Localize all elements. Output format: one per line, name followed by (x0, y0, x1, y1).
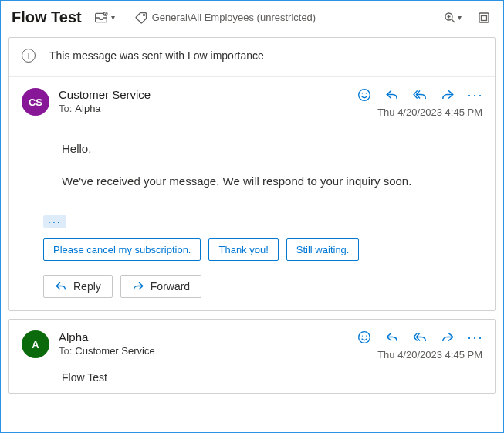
info-icon: i (22, 49, 36, 63)
to-label: To: (59, 345, 72, 357)
message-body: Hello, We've received your message. We w… (9, 118, 495, 215)
pop-out-button[interactable] (475, 9, 492, 26)
reply-icon[interactable] (385, 88, 399, 102)
to-value: Customer Service (75, 345, 154, 357)
to-value: Alpha (75, 103, 100, 114)
body-greeting: Hello, (62, 140, 482, 158)
reply-all-icon[interactable] (413, 330, 427, 344)
show-trimmed-button[interactable]: ··· (43, 215, 66, 228)
tag-label: General\All Employees (unrestricted) (152, 12, 316, 23)
chevron-down-icon: ▾ (458, 13, 462, 22)
react-icon[interactable] (357, 330, 371, 344)
more-actions-icon[interactable]: ··· (468, 330, 482, 344)
avatar: A (22, 330, 49, 358)
recipients-line[interactable]: To:Alpha (59, 103, 151, 114)
forward-icon[interactable] (441, 88, 455, 102)
timestamp: Thu 4/20/2023 4:45 PM (357, 107, 482, 118)
conversation-title: Flow Test (12, 8, 82, 26)
react-icon[interactable] (357, 88, 371, 102)
message-actions: ··· (357, 88, 482, 102)
suggested-reply-3[interactable]: Still waiting. (286, 238, 360, 261)
message-card-1: i This message was sent with Low importa… (8, 37, 496, 311)
svg-point-8 (366, 93, 367, 93)
message-card-2[interactable]: A Alpha To:Customer Service (8, 319, 496, 394)
archive-group[interactable]: ▾ (93, 9, 115, 26)
chevron-down-icon: ▾ (111, 13, 115, 22)
forward-button[interactable]: Forward (120, 275, 201, 298)
pane-header: Flow Test ▾ General\All Employees (unres… (1, 1, 503, 37)
svg-point-11 (366, 335, 367, 336)
reply-all-icon[interactable] (413, 88, 427, 102)
svg-point-10 (362, 335, 363, 336)
message-actions: ··· (357, 330, 482, 344)
timestamp: Thu 4/20/2023 4:45 PM (357, 349, 482, 360)
importance-notice: i This message was sent with Low importa… (9, 38, 495, 77)
svg-point-6 (359, 90, 370, 101)
forward-icon[interactable] (441, 330, 455, 344)
sender-name[interactable]: Customer Service (59, 88, 151, 101)
notice-text: This message was sent with Low importanc… (49, 49, 264, 62)
svg-point-2 (143, 14, 144, 15)
tag-icon (135, 12, 147, 24)
svg-point-7 (362, 93, 363, 93)
search-icon (444, 12, 456, 24)
message-header: CS Customer Service To:Alpha (9, 77, 495, 118)
reply-button[interactable]: Reply (43, 275, 113, 298)
message-body: Flow Test (9, 360, 495, 393)
sensitivity-tag[interactable]: General\All Employees (unrestricted) (135, 12, 316, 24)
zoom-button[interactable]: ▾ (444, 12, 462, 24)
message-header: A Alpha To:Customer Service (9, 320, 495, 360)
sender-name[interactable]: Alpha (59, 330, 155, 343)
email-reading-pane: Flow Test ▾ General\All Employees (unres… (0, 0, 504, 433)
reply-icon[interactable] (385, 330, 399, 344)
suggested-replies: Please cancel my subscription. Thank you… (9, 238, 495, 275)
to-label: To: (59, 103, 72, 114)
suggested-reply-1[interactable]: Please cancel my subscription. (43, 238, 201, 261)
body-text: We've received your message. We will res… (62, 172, 482, 191)
svg-rect-5 (482, 15, 487, 20)
suggested-reply-2[interactable]: Thank you! (208, 238, 278, 261)
reply-label: Reply (73, 280, 101, 293)
avatar: CS (22, 88, 49, 116)
svg-point-9 (359, 332, 370, 343)
recipients-line[interactable]: To:Customer Service (59, 345, 155, 357)
reply-forward-row: Reply Forward (9, 275, 495, 310)
svg-rect-4 (479, 13, 489, 22)
forward-label: Forward (151, 280, 190, 293)
inbox-icon (93, 9, 110, 26)
more-actions-icon[interactable]: ··· (468, 88, 482, 102)
